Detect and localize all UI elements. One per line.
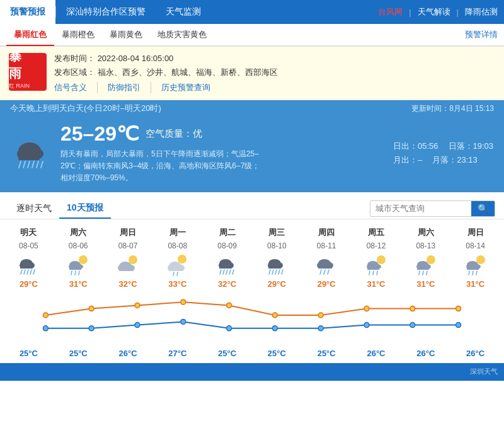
svg-line-61: [320, 270, 321, 274]
svg-line-55: [278, 270, 280, 274]
alert-tab-red[interactable]: 暴雨红色: [6, 25, 54, 46]
forecast-low-row: 25°C25°C26°C27°C25°C25°C25°C26°C26°C26°C: [4, 347, 500, 359]
svg-line-6: [28, 161, 30, 168]
forecast-day-5: 周三: [252, 226, 302, 240]
svg-rect-13: [20, 265, 33, 269]
forecast-icon-2: [103, 252, 153, 278]
nav-link-typhoon[interactable]: 台风网: [372, 6, 409, 18]
alert-link-meaning[interactable]: 信号含义: [54, 82, 98, 93]
svg-point-64: [377, 255, 386, 264]
svg-point-94: [318, 313, 323, 318]
svg-point-105: [364, 322, 369, 327]
sunrise-label: 日出：05:56: [393, 141, 438, 152]
svg-line-54: [275, 270, 277, 274]
svg-line-85: [469, 271, 469, 275]
forecast-low-1: 25°C: [54, 347, 103, 359]
forecast-icon-9: [450, 252, 500, 278]
today-weather-section: 25–29℃ 空气质量：优 阴天有暴雨，局部大暴雨，5日下午降雨逐渐减弱；气温2…: [0, 114, 504, 192]
bottom-watermark: 深圳天气: [470, 367, 498, 376]
forecast-icon-8: [401, 252, 450, 278]
alert-link-guide[interactable]: 防御指引: [108, 82, 151, 93]
forecast-high-7: 31°C: [352, 278, 401, 290]
alert-tab-yellow[interactable]: 暴雨黄色: [102, 24, 150, 45]
svg-rect-51: [268, 265, 281, 269]
svg-line-77: [419, 271, 420, 275]
forecast-search-input[interactable]: [370, 201, 471, 216]
forecast-day-6: 周四: [302, 226, 352, 240]
forecast-icon-6: [302, 252, 352, 278]
nav-item-weather-monitor[interactable]: 天气监测: [156, 0, 211, 24]
forecast-day-9: 周日: [450, 226, 500, 240]
svg-point-99: [89, 325, 94, 330]
alert-tab-geo[interactable]: 地质灾害黄色: [150, 24, 214, 45]
alert-links: 信号含义 防御指引 历史预警查询: [54, 82, 495, 93]
alert-link-history[interactable]: 历史预警查询: [161, 82, 220, 93]
alert-tab-orange[interactable]: 暴雨橙色: [54, 24, 102, 45]
forecast-high-5: 29°C: [252, 278, 302, 290]
bottom-bar: 深圳天气: [0, 363, 504, 381]
nav-link-weather-read[interactable]: 天气解读: [411, 6, 457, 18]
forecast-high-0: 29°C: [4, 278, 54, 290]
svg-point-27: [129, 255, 137, 264]
nav-item-warning[interactable]: 预警预报: [0, 0, 55, 24]
forecast-day-2: 周日: [103, 226, 153, 240]
svg-line-26: [79, 271, 79, 275]
svg-point-98: [43, 325, 48, 330]
forecast-low-4: 25°C: [202, 347, 252, 359]
svg-line-87: [476, 271, 477, 275]
forecast-low-0: 25°C: [4, 347, 54, 359]
svg-point-80: [476, 255, 485, 264]
svg-line-37: [173, 272, 174, 275]
svg-line-70: [373, 271, 374, 275]
forecast-high-row: 29°C31°C32°C33°C32°C29°C29°C31°C31°C31°C: [4, 278, 500, 290]
svg-line-18: [33, 270, 35, 274]
forecast-low-3: 27°C: [152, 347, 202, 359]
svg-line-79: [427, 271, 427, 275]
forecast-search-button[interactable]: 🔍: [471, 201, 495, 216]
forecast-low-5: 25°C: [252, 347, 302, 359]
svg-rect-84: [467, 267, 479, 270]
svg-line-46: [229, 270, 231, 274]
forecast-low-9: 26°C: [450, 347, 500, 359]
moonrise-label: 月出：–: [393, 154, 422, 166]
forecast-high-3: 33°C: [152, 278, 202, 290]
forecast-date-7: 08-12: [352, 240, 401, 252]
forecast-tab-hourly[interactable]: 逐时天气: [9, 199, 59, 218]
svg-line-44: [223, 270, 224, 274]
nav-link-rainfall[interactable]: 降雨估测: [459, 6, 504, 18]
forecast-date-1: 08-06: [54, 240, 103, 252]
svg-point-97: [456, 306, 461, 311]
today-weather-icon: [10, 131, 54, 175]
forecast-icon-0: [4, 252, 54, 278]
today-weather-left: 25–29℃ 空气质量：优 阴天有暴雨，局部大暴雨，5日下午降雨逐渐减弱；气温2…: [10, 122, 393, 185]
today-title: 今天晚上到明天白天(今日20时–明天20时): [10, 103, 161, 114]
forecast-search: 🔍: [370, 200, 495, 217]
svg-point-89: [89, 306, 94, 311]
forecast-low-2: 26°C: [103, 347, 153, 359]
forecast-icon-3: [152, 252, 202, 278]
forecast-low-table: 25°C25°C26°C27°C25°C25°C25°C26°C26°C26°C: [0, 347, 504, 363]
svg-point-32: [178, 255, 186, 263]
svg-line-45: [226, 270, 227, 274]
alert-detail-link[interactable]: 预警详情: [465, 29, 498, 40]
alert-icon: 暴 雨 红 RAIN STORM: [9, 53, 47, 91]
sunset-label: 日落：19:03: [449, 141, 494, 152]
forecast-high-4: 32°C: [202, 278, 252, 290]
svg-line-63: [328, 270, 329, 274]
nav-item-shenzhen-shan[interactable]: 深汕特别合作区预警: [56, 0, 156, 24]
today-quality: 空气质量：优: [146, 128, 202, 140]
today-sunrise-sunset: 日出：05:56 日落：19:03: [393, 141, 494, 152]
svg-line-7: [32, 161, 34, 168]
svg-point-96: [410, 306, 415, 311]
forecast-date-4: 08-09: [202, 240, 252, 252]
svg-line-47: [232, 270, 234, 274]
svg-line-24: [71, 271, 72, 275]
svg-rect-42: [219, 265, 232, 269]
forecast-high-1: 31°C: [54, 278, 103, 290]
alert-publish-time: 发布时间： 2022-08-04 16:05:00: [54, 53, 495, 64]
svg-rect-60: [318, 265, 332, 269]
today-moonrise-moonset: 月出：– 月落：23:13: [393, 154, 494, 166]
svg-point-92: [227, 303, 232, 308]
forecast-date-6: 08-11: [302, 240, 352, 252]
forecast-tab-10day[interactable]: 10天预报: [59, 199, 111, 219]
